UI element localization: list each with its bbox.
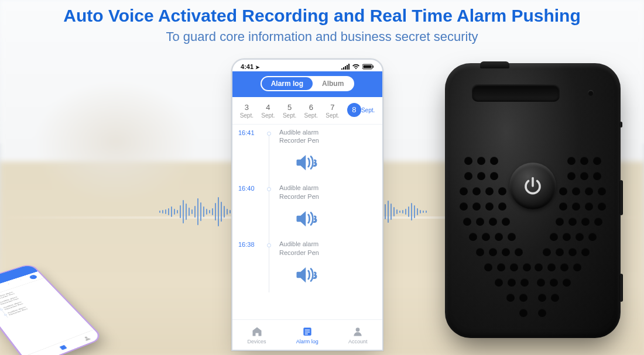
tab-alarm-log[interactable]: Alarm log bbox=[262, 77, 313, 90]
waveform-bar bbox=[388, 201, 389, 223]
speaker-hole bbox=[538, 294, 546, 302]
nav-label: Devices bbox=[248, 339, 266, 344]
speaker-hole bbox=[484, 263, 492, 271]
mini-nav-account-icon bbox=[81, 335, 92, 342]
svg-rect-2 bbox=[373, 66, 374, 68]
waveform-bar bbox=[180, 205, 181, 218]
waveform-bar bbox=[420, 210, 421, 213]
date-day: 6 bbox=[304, 103, 318, 112]
mini-nav-devices-icon bbox=[33, 353, 45, 355]
app-screen-large: 4:41 ➤ Alarm log Album 3Sept.4Sept.5Sept… bbox=[231, 58, 383, 351]
waveform-bar bbox=[183, 200, 184, 223]
status-time: 4:41 ➤ bbox=[241, 63, 260, 70]
speaker-hole bbox=[519, 294, 527, 302]
speaker-hole bbox=[581, 248, 590, 256]
speaker-hole bbox=[498, 187, 506, 195]
waveform-bar bbox=[200, 202, 201, 221]
nav-item-account[interactable]: Account bbox=[348, 326, 368, 344]
nav-item-devices[interactable]: Devices bbox=[248, 326, 266, 344]
date-item[interactable]: 4Sept. bbox=[261, 103, 275, 119]
waveform-bar bbox=[396, 209, 398, 214]
device-side-hole bbox=[619, 122, 622, 127]
speaker-hole bbox=[515, 248, 523, 256]
page-title: Auto Voice Activated Recording and Real … bbox=[0, 6, 644, 26]
speaker-hole bbox=[556, 248, 564, 256]
waveform-bar bbox=[224, 206, 225, 218]
speaker-grille bbox=[445, 152, 621, 323]
speaker-hole bbox=[568, 248, 577, 256]
speaker-hole bbox=[572, 202, 580, 211]
log-text: Audible alarmRecorder Pen bbox=[279, 128, 374, 146]
date-month: Sept. bbox=[283, 112, 296, 119]
speaker-hole bbox=[460, 202, 468, 211]
speaker-hole bbox=[508, 233, 516, 241]
speaker-hole bbox=[568, 218, 577, 226]
nav-label: Account bbox=[348, 339, 368, 344]
tab-switcher: Alarm log Album bbox=[261, 76, 355, 91]
log-text: Audible alarmRecorder Pen bbox=[279, 240, 374, 257]
speaker-hole bbox=[563, 233, 571, 241]
status-time-text: 4:41 bbox=[241, 63, 254, 70]
speaker-hole bbox=[580, 157, 588, 165]
date-item[interactable]: 5Sept. bbox=[283, 103, 296, 119]
speaker-hole bbox=[581, 218, 590, 226]
location-arrow-icon: ➤ bbox=[255, 64, 260, 70]
alarm-log-entry[interactable]: 16:41Audible alarmRecorder Pen bbox=[243, 125, 374, 181]
screen-header: Alarm log Album bbox=[232, 71, 382, 97]
date-month: Sept. bbox=[304, 112, 318, 119]
speaker-hole bbox=[469, 233, 477, 241]
mini-date: · bbox=[0, 286, 2, 292]
waveform-bar bbox=[411, 203, 412, 220]
speaker-hole bbox=[489, 218, 497, 226]
waveform-bar bbox=[171, 206, 172, 217]
speaker-hole bbox=[580, 172, 588, 180]
alarm-log-entry[interactable]: 16:40Audible alarmRecorder Pen bbox=[243, 180, 374, 236]
svg-rect-8 bbox=[60, 344, 67, 350]
waveform-bar bbox=[402, 210, 403, 213]
svg-rect-1 bbox=[364, 66, 372, 68]
speaker-hole bbox=[535, 263, 543, 271]
waveform-bar bbox=[218, 197, 219, 226]
speaker-hole bbox=[476, 218, 484, 226]
date-month: Sept. bbox=[361, 107, 375, 113]
status-bar: 4:41 ➤ bbox=[232, 60, 382, 71]
speaker-hole bbox=[477, 172, 485, 180]
status-icons bbox=[341, 64, 374, 70]
speaker-hole bbox=[495, 278, 503, 287]
waveform-bar bbox=[417, 208, 418, 215]
waveform-bar bbox=[229, 210, 231, 213]
speaker-hole bbox=[538, 309, 546, 317]
device-side-button[interactable] bbox=[619, 180, 623, 215]
speaker-hole bbox=[485, 187, 494, 195]
date-day: 4 bbox=[261, 103, 275, 112]
speaker-hole bbox=[498, 202, 506, 211]
speaker-hole bbox=[502, 218, 510, 226]
speaker-hole bbox=[560, 263, 568, 271]
date-item[interactable]: 6Sept. bbox=[304, 103, 318, 119]
waveform-bar bbox=[174, 209, 175, 215]
waveform-bar bbox=[399, 211, 400, 213]
speaker-hole bbox=[482, 233, 490, 241]
date-item[interactable]: 8Sept. bbox=[347, 103, 375, 119]
waveform-bar bbox=[191, 209, 193, 214]
speaker-hole bbox=[556, 218, 564, 226]
page-subtitle: To guard core information and business s… bbox=[0, 29, 644, 44]
tab-album[interactable]: Album bbox=[313, 77, 353, 90]
speaker-hole bbox=[559, 187, 567, 195]
audible-alarm-icon bbox=[294, 208, 319, 229]
waveform-bar bbox=[212, 208, 213, 215]
speaker-hole bbox=[576, 233, 584, 241]
nav-item-alarm-log[interactable]: Alarm log bbox=[296, 326, 318, 344]
date-item[interactable]: 7Sept. bbox=[326, 103, 339, 119]
waveform-bar bbox=[197, 198, 198, 225]
recorder-device bbox=[445, 63, 621, 338]
speaker-hole bbox=[497, 263, 505, 271]
log-time: 16:38 bbox=[238, 241, 255, 248]
alarm-log-entry[interactable]: 16:38Audible alarmRecorder Pen bbox=[243, 236, 374, 292]
date-item[interactable]: 3Sept. bbox=[240, 103, 254, 119]
timeline-dot-icon bbox=[267, 243, 271, 247]
waveform-bar bbox=[215, 203, 216, 220]
speaker-hole bbox=[585, 187, 593, 195]
date-month: Sept. bbox=[326, 112, 339, 119]
mini-date: · bbox=[5, 282, 14, 288]
